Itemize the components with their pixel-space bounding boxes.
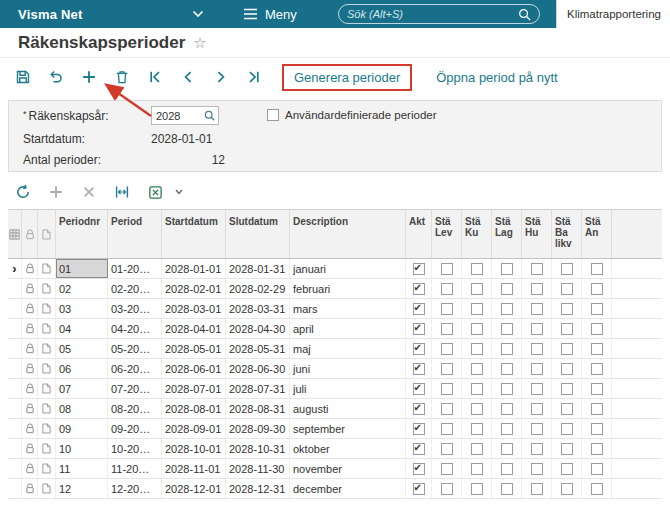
cell-closed[interactable] <box>492 259 522 278</box>
active-checkbox[interactable] <box>413 323 425 335</box>
active-checkbox[interactable] <box>413 463 425 475</box>
cell-closed[interactable] <box>582 339 612 358</box>
export-caret-icon[interactable] <box>175 189 183 195</box>
closed-checkbox[interactable] <box>591 343 603 355</box>
cell-period[interactable]: 01-20… <box>108 259 162 278</box>
search-input[interactable] <box>347 8 518 20</box>
search-icon[interactable] <box>518 8 531 21</box>
closed-checkbox[interactable] <box>441 403 453 415</box>
cell-period[interactable]: 03-20… <box>108 299 162 318</box>
delete-button[interactable] <box>107 63 137 91</box>
table-row[interactable]: 0303-20…2028-03-012028-03-31mars <box>8 299 662 319</box>
closed-checkbox[interactable] <box>531 443 543 455</box>
grid-header-closed-2[interactable]: StäKu <box>462 210 492 258</box>
active-checkbox[interactable] <box>413 303 425 315</box>
cell-closed[interactable] <box>582 399 612 418</box>
cell-active[interactable] <box>406 319 432 338</box>
last-record-button[interactable] <box>239 63 269 91</box>
note-icon[interactable] <box>38 459 56 478</box>
cell-active[interactable] <box>406 279 432 298</box>
cell-closed[interactable] <box>582 359 612 378</box>
cell-period[interactable]: 07-20… <box>108 379 162 398</box>
closed-checkbox[interactable] <box>501 303 513 315</box>
cell-closed[interactable] <box>462 319 492 338</box>
cell-closed[interactable] <box>492 419 522 438</box>
note-icon[interactable] <box>38 419 56 438</box>
cell-active[interactable] <box>406 379 432 398</box>
favorite-star-icon[interactable] <box>193 34 206 52</box>
cell-slutdatum[interactable]: 2028-07-31 <box>226 379 290 398</box>
grid-header-closed-5[interactable]: StäBalikv <box>552 210 582 258</box>
note-icon[interactable] <box>38 399 56 418</box>
closed-checkbox[interactable] <box>471 343 483 355</box>
closed-checkbox[interactable] <box>591 303 603 315</box>
cell-closed[interactable] <box>552 399 582 418</box>
cell-closed[interactable] <box>522 459 552 478</box>
closed-checkbox[interactable] <box>531 303 543 315</box>
cell-closed[interactable] <box>432 419 462 438</box>
cell-closed[interactable] <box>582 259 612 278</box>
closed-checkbox[interactable] <box>561 283 573 295</box>
closed-checkbox[interactable] <box>561 403 573 415</box>
cell-active[interactable] <box>406 479 432 498</box>
closed-checkbox[interactable] <box>561 443 573 455</box>
table-row[interactable]: 0202-20…2028-02-012028-02-29februari <box>8 279 662 299</box>
cell-slutdatum[interactable]: 2028-01-31 <box>226 259 290 278</box>
cell-periodnr[interactable]: 03 <box>56 299 108 318</box>
lock-icon[interactable] <box>22 439 38 458</box>
cell-startdatum[interactable]: 2028-12-01 <box>162 479 226 498</box>
cell-closed[interactable] <box>462 379 492 398</box>
active-checkbox[interactable] <box>413 483 425 495</box>
note-icon[interactable] <box>38 479 56 498</box>
closed-checkbox[interactable] <box>441 423 453 435</box>
table-row[interactable]: 0505-20…2028-05-012028-05-31maj <box>8 339 662 359</box>
cell-slutdatum[interactable]: 2028-10-31 <box>226 439 290 458</box>
closed-checkbox[interactable] <box>471 463 483 475</box>
grid-settings-icon[interactable] <box>8 210 22 258</box>
cell-closed[interactable] <box>432 279 462 298</box>
table-row[interactable]: 1111-20…2028-11-012028-11-30november <box>8 459 662 479</box>
cell-slutdatum[interactable]: 2028-11-30 <box>226 459 290 478</box>
cell-closed[interactable] <box>432 319 462 338</box>
menu-button[interactable]: Meny <box>243 5 297 23</box>
grid-header-active[interactable]: Akt <box>406 210 432 258</box>
closed-checkbox[interactable] <box>561 343 573 355</box>
cell-description[interactable]: maj <box>290 339 406 358</box>
cell-closed[interactable] <box>552 259 582 278</box>
note-icon[interactable] <box>38 319 56 338</box>
grid-header-description[interactable]: Description <box>290 210 406 258</box>
cell-period[interactable]: 10-20… <box>108 439 162 458</box>
cell-closed[interactable] <box>522 359 552 378</box>
cell-closed[interactable] <box>462 299 492 318</box>
cell-active[interactable] <box>406 359 432 378</box>
closed-checkbox[interactable] <box>441 383 453 395</box>
closed-checkbox[interactable] <box>591 323 603 335</box>
cell-active[interactable] <box>406 399 432 418</box>
closed-checkbox[interactable] <box>591 443 603 455</box>
note-icon[interactable] <box>38 259 56 278</box>
cell-startdatum[interactable]: 2028-01-01 <box>162 259 226 278</box>
active-checkbox[interactable] <box>413 383 425 395</box>
active-checkbox[interactable] <box>413 283 425 295</box>
closed-checkbox[interactable] <box>501 403 513 415</box>
cell-closed[interactable] <box>462 279 492 298</box>
cell-startdatum[interactable]: 2028-09-01 <box>162 419 226 438</box>
closed-checkbox[interactable] <box>471 423 483 435</box>
lock-icon[interactable] <box>22 479 38 498</box>
closed-checkbox[interactable] <box>561 363 573 375</box>
grid-header-periodnr[interactable]: Periodnr <box>56 210 108 258</box>
active-checkbox[interactable] <box>413 443 425 455</box>
cell-active[interactable] <box>406 299 432 318</box>
table-row[interactable]: 0404-20…2028-04-012028-04-30april <box>8 319 662 339</box>
cell-description[interactable]: mars <box>290 299 406 318</box>
cell-closed[interactable] <box>462 439 492 458</box>
grid-header-closed-3[interactable]: StäLag <box>492 210 522 258</box>
closed-checkbox[interactable] <box>501 283 513 295</box>
cell-closed[interactable] <box>522 419 552 438</box>
closed-checkbox[interactable] <box>561 303 573 315</box>
closed-checkbox[interactable] <box>561 463 573 475</box>
cell-closed[interactable] <box>432 479 462 498</box>
cell-closed[interactable] <box>582 439 612 458</box>
cell-closed[interactable] <box>522 279 552 298</box>
active-checkbox[interactable] <box>413 423 425 435</box>
